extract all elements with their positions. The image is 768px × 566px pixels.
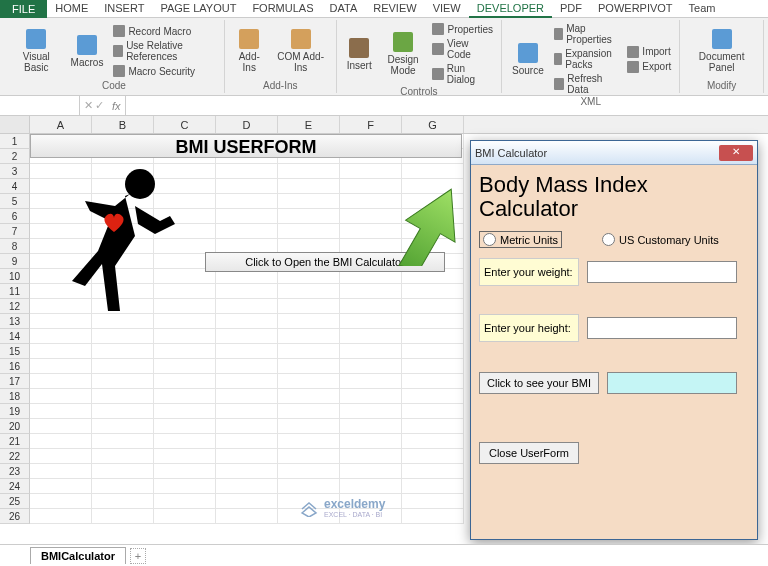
cell[interactable]	[340, 314, 402, 329]
cell[interactable]	[340, 299, 402, 314]
tab-team[interactable]: Team	[681, 0, 724, 18]
cell[interactable]	[278, 164, 340, 179]
cell[interactable]	[216, 464, 278, 479]
cell[interactable]	[340, 374, 402, 389]
col-header[interactable]: A	[30, 116, 92, 133]
cell[interactable]	[278, 434, 340, 449]
relative-refs-button[interactable]: Use Relative References	[111, 39, 217, 63]
cell[interactable]	[30, 419, 92, 434]
cell[interactable]	[154, 434, 216, 449]
cancel-icon[interactable]: ✕	[84, 99, 93, 112]
source-button[interactable]: Source	[508, 22, 548, 96]
cell[interactable]	[402, 479, 464, 494]
cell[interactable]	[340, 434, 402, 449]
col-header[interactable]: E	[278, 116, 340, 133]
row-header[interactable]: 4	[0, 179, 30, 194]
cell[interactable]	[340, 329, 402, 344]
cell[interactable]	[30, 389, 92, 404]
cell[interactable]	[30, 344, 92, 359]
cell[interactable]	[216, 284, 278, 299]
row-header[interactable]: 24	[0, 479, 30, 494]
tab-review[interactable]: REVIEW	[365, 0, 424, 18]
insert-control-button[interactable]: Insert	[343, 22, 376, 86]
cell[interactable]	[92, 314, 154, 329]
cell[interactable]	[154, 314, 216, 329]
cell[interactable]	[278, 464, 340, 479]
fx-label[interactable]: fx	[108, 100, 125, 112]
row-header[interactable]: 18	[0, 389, 30, 404]
cell[interactable]	[216, 419, 278, 434]
cell[interactable]	[278, 449, 340, 464]
cell[interactable]	[402, 494, 464, 509]
cell[interactable]	[278, 194, 340, 209]
cell[interactable]	[216, 449, 278, 464]
cell[interactable]	[30, 329, 92, 344]
cell[interactable]	[402, 374, 464, 389]
cell[interactable]	[92, 434, 154, 449]
cell[interactable]	[402, 509, 464, 524]
cell[interactable]	[30, 404, 92, 419]
view-code-button[interactable]: View Code	[430, 37, 495, 61]
col-header[interactable]: D	[216, 116, 278, 133]
properties-button[interactable]: Properties	[430, 22, 495, 36]
cell[interactable]	[278, 179, 340, 194]
cell[interactable]	[154, 479, 216, 494]
record-macro-button[interactable]: Record Macro	[111, 24, 217, 38]
cell[interactable]	[30, 509, 92, 524]
tab-pdf[interactable]: PDF	[552, 0, 590, 18]
map-props-button[interactable]: Map Properties	[552, 22, 622, 46]
cell[interactable]	[92, 479, 154, 494]
cell[interactable]	[340, 419, 402, 434]
close-userform-button[interactable]: Close UserForm	[479, 442, 579, 464]
cell[interactable]	[92, 404, 154, 419]
col-header[interactable]: B	[92, 116, 154, 133]
tab-developer[interactable]: DEVELOPER	[469, 0, 552, 18]
row-header[interactable]: 12	[0, 299, 30, 314]
userform-close-icon[interactable]: ✕	[719, 145, 753, 161]
row-header[interactable]: 13	[0, 314, 30, 329]
userform-titlebar[interactable]: BMI Calculator ✕	[471, 141, 757, 165]
formula-input[interactable]	[125, 96, 768, 115]
cell[interactable]	[92, 344, 154, 359]
cell[interactable]	[154, 494, 216, 509]
cell[interactable]	[154, 344, 216, 359]
cell[interactable]	[92, 359, 154, 374]
cell[interactable]	[216, 209, 278, 224]
cell[interactable]	[216, 314, 278, 329]
tab-data[interactable]: DATA	[322, 0, 366, 18]
row-header[interactable]: 23	[0, 464, 30, 479]
cell[interactable]	[92, 329, 154, 344]
file-tab[interactable]: FILE	[0, 0, 47, 18]
row-header[interactable]: 14	[0, 329, 30, 344]
cell[interactable]	[30, 479, 92, 494]
cell[interactable]	[154, 509, 216, 524]
cell[interactable]	[154, 359, 216, 374]
cell[interactable]	[216, 299, 278, 314]
visual-basic-button[interactable]: Visual Basic	[10, 22, 63, 80]
row-header[interactable]: 19	[0, 404, 30, 419]
cell[interactable]	[216, 404, 278, 419]
tab-home[interactable]: HOME	[47, 0, 96, 18]
row-header[interactable]: 22	[0, 449, 30, 464]
cell[interactable]	[278, 224, 340, 239]
cell[interactable]	[92, 449, 154, 464]
cell[interactable]	[30, 314, 92, 329]
cell[interactable]	[340, 389, 402, 404]
cell[interactable]	[402, 449, 464, 464]
cell[interactable]	[216, 389, 278, 404]
cell[interactable]	[402, 359, 464, 374]
cell[interactable]	[340, 284, 402, 299]
cell[interactable]	[278, 419, 340, 434]
cell[interactable]	[92, 509, 154, 524]
cell[interactable]	[30, 449, 92, 464]
cell[interactable]	[402, 464, 464, 479]
design-mode-button[interactable]: Design Mode	[380, 22, 427, 86]
cell[interactable]	[340, 344, 402, 359]
cell[interactable]	[278, 299, 340, 314]
cell[interactable]	[278, 404, 340, 419]
cell[interactable]	[278, 389, 340, 404]
row-header[interactable]: 2	[0, 149, 30, 164]
cell[interactable]	[30, 359, 92, 374]
cell[interactable]	[216, 224, 278, 239]
cell[interactable]	[278, 374, 340, 389]
